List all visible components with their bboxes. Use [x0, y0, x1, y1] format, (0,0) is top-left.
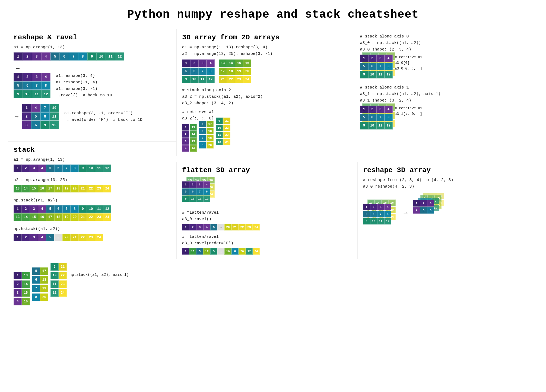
stack-code1: a1 = np.arange(1, 13)	[14, 157, 171, 163]
reshape-code2: a1.reshape(3, 4) a1.reshape(-1, 4) a1.re…	[56, 73, 112, 99]
flatten-section: flatten 3D array 13141516 17181920 21222…	[177, 162, 357, 259]
stack-title: stack	[14, 146, 171, 154]
page-title: Python numpy reshape and stack cheatshee…	[8, 8, 538, 21]
3d-2d-title: 3D array from 2D arrays	[182, 33, 355, 42]
3d-from-2d-section: 3D array from 2D arrays a1 = np.arange(1…	[176, 29, 538, 156]
reshape3d-title: reshape 3D array	[363, 166, 533, 174]
reshape-ravel-section: reshape & ravel a1 = np.arange(1, 13) 12…	[8, 29, 176, 139]
reshape3d-section: reshape 3D array # reshape from (2, 3, 4…	[357, 162, 538, 259]
reshape-ravel-title: reshape & ravel	[14, 33, 171, 42]
reshape-code1: a1 = np.arange(1, 13)	[14, 44, 171, 51]
flatten-title: flatten 3D array	[182, 166, 352, 174]
reshape-code3: a1.reshape(3, -1, order='F') .ravel(orde…	[64, 110, 142, 123]
stack-axis1-visual: 113 214 315 416 517 618 719 820 921	[8, 262, 176, 310]
stack-section: stack a1 = np.arange(1, 13) 1234 5678 91…	[8, 141, 176, 250]
